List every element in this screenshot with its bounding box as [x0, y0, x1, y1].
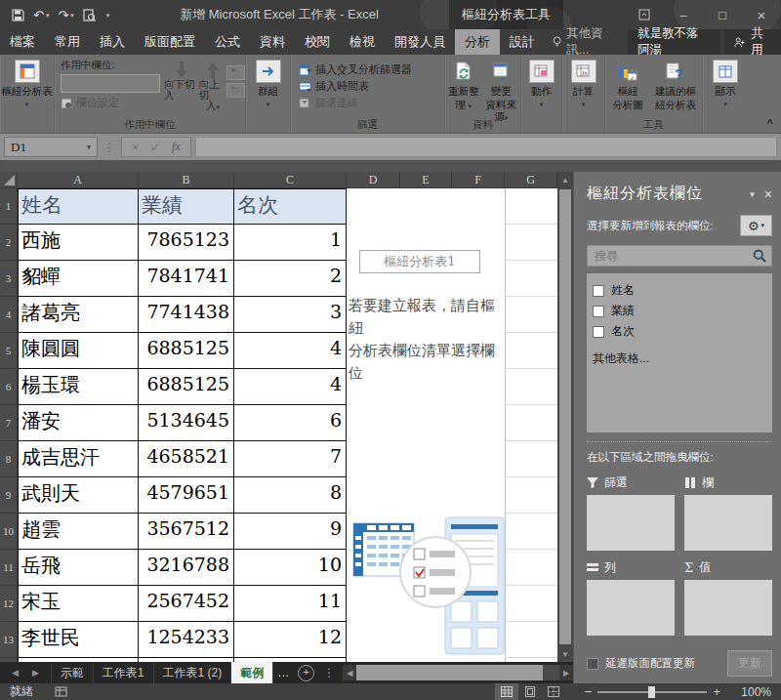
empty-cell-g[interactable]: [505, 405, 557, 441]
ribbon-tab[interactable]: 公式: [205, 29, 250, 55]
macro-record-button[interactable]: [55, 686, 67, 697]
vertical-scroll-thumb[interactable]: [559, 189, 571, 644]
insert-function-icon[interactable]: fx: [172, 140, 181, 154]
drill-down-button[interactable]: 向下切入: [164, 58, 198, 101]
empty-cells[interactable]: [347, 188, 505, 225]
collapse-field-button[interactable]: [226, 83, 245, 98]
ribbon-tab[interactable]: 檔案: [0, 29, 45, 55]
cell-name[interactable]: 西施: [18, 225, 139, 261]
cell-name[interactable]: 李世民: [18, 622, 139, 658]
pivot-placeholder-title[interactable]: 樞紐分析表1: [359, 250, 480, 273]
cell-rank[interactable]: 8: [234, 477, 347, 514]
cell-name[interactable]: 陳圓圓: [18, 333, 139, 369]
ribbon-tab[interactable]: 版面配置: [135, 29, 205, 55]
field-list-item[interactable]: 姓名: [593, 280, 772, 301]
sheet-tab-menu-icon[interactable]: ⋮: [319, 662, 339, 683]
filter-connections-button[interactable]: 篩選連線: [299, 95, 358, 111]
select-all-corner[interactable]: [0, 172, 18, 188]
cell-name[interactable]: 岳飛: [18, 550, 139, 586]
ribbon-tab[interactable]: 校閱: [295, 29, 340, 55]
ribbon-tab[interactable]: 常用: [45, 29, 90, 55]
values-area-box[interactable]: [684, 580, 772, 636]
ribbon-tab[interactable]: 設計: [500, 29, 545, 55]
empty-cells[interactable]: [347, 405, 505, 441]
refresh-button[interactable]: 重新整 理 ▾: [445, 58, 482, 112]
insert-slicer-button[interactable]: 插入交叉分析篩選器: [299, 62, 412, 78]
zoom-percentage[interactable]: 100%: [730, 685, 771, 699]
cell-name[interactable]: 武則天: [18, 477, 139, 514]
empty-cell-g[interactable]: [505, 225, 557, 261]
pane-close-icon[interactable]: ×: [764, 186, 772, 202]
row-number[interactable]: 2: [0, 225, 18, 261]
print-preview-button[interactable]: [83, 9, 96, 21]
drill-up-button[interactable]: 向上切 入▾: [198, 58, 226, 112]
zoom-out-button[interactable]: −: [579, 684, 598, 699]
cell-name[interactable]: 諸葛亮: [18, 297, 139, 333]
recommended-pivottables-button[interactable]: ? 建議的樞 紐分析表: [650, 58, 701, 110]
pane-options-icon[interactable]: ▾: [750, 189, 755, 199]
field-search-box[interactable]: [587, 245, 772, 267]
defer-layout-checkbox[interactable]: [587, 658, 598, 670]
rows-area-box[interactable]: [587, 580, 675, 636]
field-checkbox[interactable]: [593, 306, 604, 317]
cell-rank[interactable]: 3: [234, 297, 347, 333]
cell-rank[interactable]: 11: [234, 586, 347, 622]
sheet-tab[interactable]: 範例: [231, 662, 273, 683]
row-number[interactable]: 4: [0, 297, 18, 333]
row-number[interactable]: 1: [0, 188, 18, 225]
cell-rank[interactable]: 6: [234, 405, 347, 441]
row-number[interactable]: 8: [0, 441, 18, 477]
cell-rank[interactable]: 12: [234, 622, 347, 658]
share-button[interactable]: 共用: [724, 29, 781, 55]
cell-name[interactable]: 趙雲: [18, 514, 139, 550]
empty-cell-g[interactable]: [505, 297, 557, 333]
ribbon-tab[interactable]: 分析: [455, 29, 500, 55]
sheet-tab[interactable]: 示範: [52, 662, 94, 683]
empty-cell-g[interactable]: [505, 261, 557, 297]
row-number[interactable]: 5: [0, 333, 18, 369]
header-cell-name[interactable]: 姓名: [18, 188, 139, 225]
pivottable-button[interactable]: 樞紐分析表 ▾: [0, 58, 54, 110]
maximize-button[interactable]: □: [703, 0, 742, 29]
empty-cell-g[interactable]: [505, 514, 557, 550]
cell-rank[interactable]: 4: [234, 333, 347, 369]
undo-button[interactable]: ↶▾: [33, 9, 49, 21]
sheet-tab[interactable]: 工作表1: [94, 662, 154, 683]
cell-sales[interactable]: 7841741: [139, 261, 234, 297]
ribbon-tab[interactable]: 檢視: [340, 29, 385, 55]
cell-sales[interactable]: 5134645: [139, 405, 234, 441]
tell-me-box[interactable]: 其他資訊...: [545, 29, 624, 55]
cell-sales[interactable]: 3567512: [139, 514, 234, 550]
zoom-slider-thumb[interactable]: [648, 686, 655, 698]
column-header-b[interactable]: B: [139, 172, 234, 188]
horizontal-scrollbar[interactable]: ◀ ▶: [343, 665, 573, 680]
row-number[interactable]: 7: [0, 405, 18, 441]
calculations-button[interactable]: fx 計算 ▾: [562, 58, 604, 110]
cell-sales[interactable]: 7865123: [139, 225, 234, 261]
cell-rank[interactable]: 9: [234, 514, 347, 550]
empty-cells[interactable]: [347, 441, 505, 477]
update-button[interactable]: 更新: [727, 650, 772, 677]
account-name[interactable]: 就是教不落阿湯: [628, 29, 720, 55]
group-button[interactable]: 群組 ▾: [246, 58, 290, 110]
formula-input[interactable]: [195, 137, 777, 157]
sheet-nav-right-icon[interactable]: ▶: [32, 668, 39, 678]
cell-sales[interactable]: 6885125: [139, 369, 234, 405]
row-number[interactable]: 13: [0, 622, 18, 658]
column-header-c[interactable]: C: [234, 172, 347, 188]
cell-rank[interactable]: 2: [234, 261, 347, 297]
hscroll-left-icon[interactable]: ◀: [343, 665, 356, 680]
cell-sales[interactable]: 4579651: [139, 477, 234, 514]
cell-sales[interactable]: 1254233: [139, 622, 234, 658]
empty-cell-g[interactable]: [505, 188, 557, 225]
save-button[interactable]: [12, 9, 24, 21]
row-number[interactable]: 12: [0, 586, 18, 622]
empty-cell-g[interactable]: [505, 441, 557, 477]
scroll-down-icon[interactable]: ▼: [557, 646, 573, 662]
qat-customize-button[interactable]: ▾: [106, 12, 110, 19]
search-input[interactable]: [593, 248, 753, 264]
expand-field-button[interactable]: [226, 65, 245, 80]
ribbon-tab[interactable]: 資料: [250, 29, 295, 55]
row-number[interactable]: 10: [0, 514, 18, 550]
minimize-button[interactable]: –: [664, 0, 703, 29]
